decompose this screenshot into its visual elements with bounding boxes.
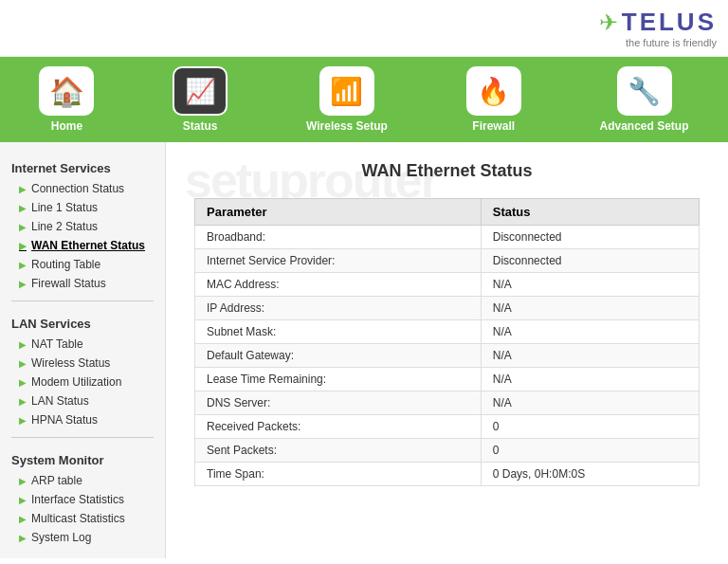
table-row: Received Packets:0 — [195, 415, 700, 439]
table-row: Broadband:Disconnected — [195, 226, 700, 249]
arrow-icon: ▶ — [19, 241, 27, 251]
nav-home-label: Home — [51, 119, 82, 133]
table-row: Default Gateway:N/A — [195, 344, 700, 368]
advanced-icon-wrap: 🔧 — [617, 66, 672, 116]
table-row: IP Address:N/A — [195, 297, 700, 320]
param-cell: Received Packets: — [195, 415, 482, 439]
status-cell: N/A — [481, 273, 699, 297]
arrow-icon: ▶ — [19, 184, 27, 194]
nav-advanced-label: Advanced Setup — [600, 119, 689, 133]
arrow-icon: ▶ — [19, 203, 27, 213]
param-cell: IP Address: — [195, 297, 482, 320]
sidebar-item-wireless-status[interactable]: ▶ Wireless Status — [0, 354, 165, 373]
sidebar-section-lan: LAN Services — [0, 309, 165, 335]
status-cell: 0 Days, 0H:0M:0S — [481, 463, 699, 486]
status-cell: Disconnected — [481, 249, 699, 273]
sidebar-item-line1-status[interactable]: ▶ Line 1 Status — [0, 198, 165, 217]
telus-logo-icon: ✈ — [599, 9, 618, 36]
brand-name: TELUS — [622, 8, 717, 37]
arrow-icon: ▶ — [19, 495, 27, 505]
navbar: 🏠 Home 📈 Status 📶 Wireless Setup 🔥 Firew… — [0, 57, 728, 142]
param-cell: Broadband: — [195, 226, 482, 249]
status-cell: N/A — [481, 320, 699, 344]
sidebar-item-wan-ethernet[interactable]: ▶ WAN Ethernet Status — [0, 236, 165, 255]
arrow-icon: ▶ — [19, 533, 27, 543]
firewall-icon-wrap: 🔥 — [466, 66, 521, 116]
table-row: DNS Server:N/A — [195, 391, 700, 415]
status-cell: N/A — [481, 344, 699, 368]
nav-firewall[interactable]: 🔥 Firewall — [447, 63, 540, 136]
arrow-icon: ▶ — [19, 260, 27, 270]
wan-table: Parameter Status Broadband:DisconnectedI… — [194, 198, 700, 486]
table-row: Internet Service Provider:Disconnected — [195, 249, 700, 273]
status-cell: N/A — [481, 368, 699, 391]
sidebar-item-hpna-status[interactable]: ▶ HPNA Status — [0, 410, 165, 429]
table-row: Time Span:0 Days, 0H:0M:0S — [195, 463, 700, 486]
param-cell: MAC Address: — [195, 273, 482, 297]
table-row: Sent Packets:0 — [195, 439, 700, 463]
status-cell: N/A — [481, 297, 699, 320]
logo-area: ✈ TELUS the future is friendly — [599, 8, 717, 48]
nav-firewall-label: Firewall — [472, 119, 515, 133]
arrow-icon: ▶ — [19, 514, 27, 524]
status-cell: 0 — [481, 415, 699, 439]
content-area: setuprouter WAN Ethernet Status Paramete… — [166, 142, 728, 558]
arrow-icon: ▶ — [19, 377, 27, 388]
nav-wireless-label: Wireless Setup — [306, 119, 388, 133]
sidebar-item-interface-stats[interactable]: ▶ Interface Statistics — [0, 490, 165, 509]
arrow-icon: ▶ — [19, 476, 27, 486]
arrow-icon: ▶ — [19, 415, 27, 426]
sidebar-item-connection-status[interactable]: ▶ Connection Status — [0, 179, 165, 198]
param-cell: DNS Server: — [195, 391, 482, 415]
col-header-param: Parameter — [195, 199, 482, 226]
sidebar-item-line2-status[interactable]: ▶ Line 2 Status — [0, 217, 165, 236]
param-cell: Internet Service Provider: — [195, 249, 482, 273]
table-row: Lease Time Remaining:N/A — [195, 368, 700, 391]
divider-2 — [11, 437, 154, 438]
nav-wireless[interactable]: 📶 Wireless Setup — [287, 63, 407, 136]
sidebar-section-monitor: System Monitor — [0, 446, 165, 471]
param-cell: Time Span: — [195, 463, 482, 486]
header: ✈ TELUS the future is friendly — [0, 0, 728, 57]
sidebar-item-routing-table[interactable]: ▶ Routing Table — [0, 255, 165, 274]
sidebar-item-lan-status[interactable]: ▶ LAN Status — [0, 391, 165, 410]
sidebar-item-firewall-status[interactable]: ▶ Firewall Status — [0, 274, 165, 293]
sidebar-item-arp-table[interactable]: ▶ ARP table — [0, 471, 165, 490]
nav-status-label: Status — [183, 119, 218, 133]
status-icon-wrap: 📈 — [173, 66, 228, 116]
arrow-icon: ▶ — [19, 339, 27, 350]
sidebar-item-modem-utilization[interactable]: ▶ Modem Utilization — [0, 373, 165, 391]
arrow-icon: ▶ — [19, 279, 27, 289]
arrow-icon: ▶ — [19, 358, 27, 369]
status-cell: N/A — [481, 391, 699, 415]
arrow-icon: ▶ — [19, 222, 27, 232]
param-cell: Default Gateway: — [195, 344, 482, 368]
sidebar-item-multicast-stats[interactable]: ▶ Multicast Statistics — [0, 509, 165, 528]
home-icon: 🏠 — [49, 75, 84, 108]
main-area: Internet Services ▶ Connection Status ▶ … — [0, 142, 728, 558]
wan-title: WAN Ethernet Status — [194, 161, 700, 181]
param-cell: Subnet Mask: — [195, 320, 482, 344]
status-cell: Disconnected — [481, 226, 699, 249]
arrow-icon: ▶ — [19, 396, 27, 407]
wireless-icon: 📶 — [330, 76, 363, 107]
sidebar: Internet Services ▶ Connection Status ▶ … — [0, 142, 166, 558]
sidebar-item-nat-table[interactable]: ▶ NAT Table — [0, 335, 165, 354]
status-icon: 📈 — [185, 77, 215, 106]
advanced-icon: 🔧 — [628, 76, 661, 107]
table-row: MAC Address:N/A — [195, 273, 700, 297]
nav-home[interactable]: 🏠 Home — [20, 63, 113, 136]
nav-advanced[interactable]: 🔧 Advanced Setup — [581, 63, 708, 136]
param-cell: Sent Packets: — [195, 439, 482, 463]
col-header-status: Status — [481, 199, 699, 226]
sidebar-item-system-log[interactable]: ▶ System Log — [0, 528, 165, 547]
nav-status[interactable]: 📈 Status — [154, 63, 246, 136]
tagline: the future is friendly — [626, 37, 717, 48]
param-cell: Lease Time Remaining: — [195, 368, 482, 391]
wan-content: WAN Ethernet Status Parameter Status Bro… — [166, 142, 728, 505]
firewall-icon: 🔥 — [477, 76, 510, 107]
table-row: Subnet Mask:N/A — [195, 320, 700, 344]
wireless-icon-wrap: 📶 — [319, 66, 374, 116]
sidebar-section-internet: Internet Services — [0, 154, 165, 179]
divider-1 — [11, 300, 154, 301]
